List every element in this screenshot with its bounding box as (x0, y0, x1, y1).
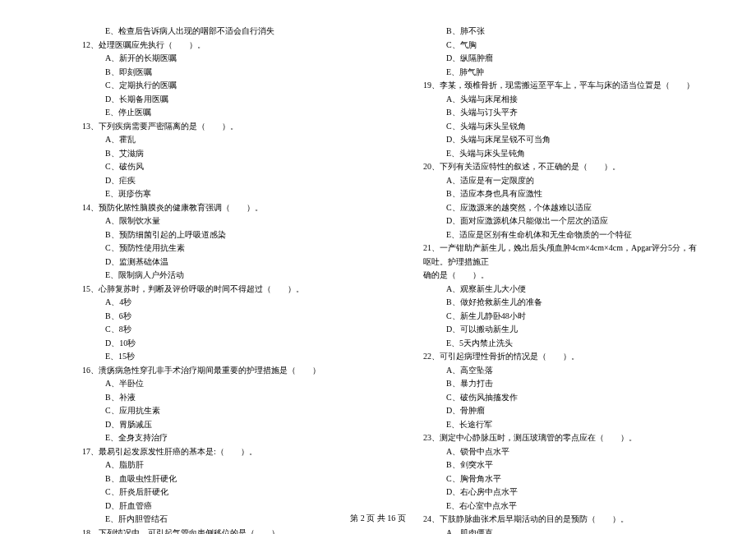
option-text: A、锁骨中点水平 (423, 445, 698, 459)
option-text: D、长期备用医嘱 (82, 93, 357, 107)
option-text: C、预防性使用抗生素 (82, 242, 357, 255)
option-text: D、可以搬动新生儿 (423, 323, 698, 337)
left-column: E、检查后告诉病人出现的咽部不适会自行消失 12、处理医嘱应先执行（ ）。 A、… (82, 25, 357, 534)
option-text: A、脂肪肝 (82, 458, 357, 472)
option-text: C、应用抗生素 (82, 404, 357, 418)
option-text: B、6秒 (82, 310, 357, 324)
option-text: E、右心室中点水平 (423, 499, 698, 513)
question-stem: 14、预防化脓性脑膜炎的健康教育强调（ ）。 (82, 201, 357, 215)
option-text: A、适应是有一定限度的 (423, 174, 698, 188)
option-text: D、监测基础体温 (82, 255, 357, 269)
option-text: B、头端与订头平齐 (423, 106, 698, 120)
question-stem: 17、最易引起发原发性肝癌的基本是:（ ）。 (82, 445, 357, 459)
question-stem: 19、李某，颈椎骨折，现需搬运至平车上，平车与床的适当位置是（ ） (423, 79, 698, 93)
option-text: B、即刻医嘱 (82, 66, 357, 80)
option-text: B、血吸虫性肝硬化 (82, 472, 357, 486)
option-text: C、定期执行的医嘱 (82, 79, 357, 93)
option-text: E、停止医嘱 (82, 106, 357, 120)
option-text: D、10秒 (82, 337, 357, 351)
question-stem: 22、可引起病理性骨折的情况是（ ）。 (423, 350, 698, 364)
option-text: A、观察新生儿大小便 (423, 283, 698, 297)
question-stem: 13、下列疾病需要严密隔离的是（ ）。 (82, 120, 357, 134)
option-text: B、肺不张 (423, 25, 698, 39)
option-text: A、4秒 (82, 296, 357, 310)
option-text: E、全身支持治疗 (82, 431, 357, 445)
page-body: E、检查后告诉病人出现的咽部不适会自行消失 12、处理医嘱应先执行（ ）。 A、… (0, 0, 756, 534)
option-text: E、适应是区别有生命机体和无生命物质的一个特征 (423, 228, 698, 242)
option-text: D、纵隔肿瘤 (423, 52, 698, 66)
option-text: A、半卧位 (82, 377, 357, 391)
option-text: B、剑突水平 (423, 458, 698, 472)
option-text: D、胃肠减压 (82, 418, 357, 432)
option-text: A、头端与床尾相接 (423, 93, 698, 107)
option-text: E、长途行军 (423, 418, 698, 432)
option-text: C、应激源来的越突然，个体越难以适应 (423, 201, 698, 215)
option-text: E、头端与床头呈钝角 (423, 147, 698, 161)
option-text: C、头端与床头呈锐角 (423, 120, 698, 134)
option-text: D、肝血管癌 (82, 499, 357, 513)
option-text: C、肝炎后肝硬化 (82, 486, 357, 499)
option-text: B、适应本身也具有应激性 (423, 187, 698, 201)
option-text: C、8秒 (82, 323, 357, 337)
question-stem: 16、溃疡病急性穿孔非手术治疗期间最重要的护理措施是（ ） (82, 364, 357, 378)
option-text: E、斑疹伤寒 (82, 187, 357, 201)
question-stem: 15、心肺复苏时，判断及评价呼吸的时间不得超过（ ）。 (82, 283, 357, 297)
option-text: A、肌肉僵直 (423, 527, 698, 535)
option-text: C、破伤风抽搐发作 (423, 391, 698, 405)
question-stem-cont: 确的是（ ）。 (423, 269, 698, 283)
option-text: C、新生儿静卧48小时 (423, 310, 698, 324)
option-text: E、肺气肿 (423, 66, 698, 80)
option-text: C、破伤风 (82, 160, 357, 174)
page-footer: 第 2 页 共 16 页 (0, 513, 756, 524)
option-text: D、疟疾 (82, 174, 357, 188)
option-text: C、气胸 (423, 39, 698, 53)
option-text: B、艾滋病 (82, 147, 357, 161)
option-text: A、新开的长期医嘱 (82, 52, 357, 66)
option-text: E、15秒 (82, 350, 357, 364)
option-text: D、头端与床尾呈锐不可当角 (423, 133, 698, 147)
option-text: B、做好抢救新生儿的准备 (423, 296, 698, 310)
option-text: A、霍乱 (82, 133, 357, 147)
question-stem: 20、下列有关适应特性的叙述，不正确的是（ ）。 (423, 160, 698, 174)
option-text: A、高空坠落 (423, 364, 698, 378)
option-text: E、检查后告诉病人出现的咽部不适会自行消失 (82, 25, 357, 39)
option-text: D、右心房中点水平 (423, 486, 698, 499)
option-text: B、补液 (82, 391, 357, 405)
question-stem: 23、测定中心静脉压时，测压玻璃管的零点应在（ ）。 (423, 431, 698, 445)
question-stem: 21、一产钳助产新生儿，娩出后头颅血肿4cm×4cm×4cm，Apgar评分5分… (423, 242, 698, 269)
option-text: B、暴力打击 (423, 377, 698, 391)
question-stem: 18、下列情况中，可引起气管向患侧移位的是（ ）。 (82, 527, 357, 535)
option-text: C、胸骨角水平 (423, 472, 698, 486)
option-text: B、预防细菌引起的上呼吸道感染 (82, 228, 357, 242)
right-column: B、肺不张 C、气胸 D、纵隔肿瘤 E、肺气肿 19、李某，颈椎骨折，现需搬运至… (423, 25, 698, 534)
option-text: E、5天内禁止洗头 (423, 337, 698, 351)
option-text: A、限制饮水量 (82, 214, 357, 228)
option-text: D、骨肿瘤 (423, 404, 698, 418)
option-text: E、限制病人户外活动 (82, 269, 357, 283)
option-text: D、面对应激源机体只能做出一个层次的适应 (423, 214, 698, 228)
question-stem: 12、处理医嘱应先执行（ ）。 (82, 39, 357, 53)
